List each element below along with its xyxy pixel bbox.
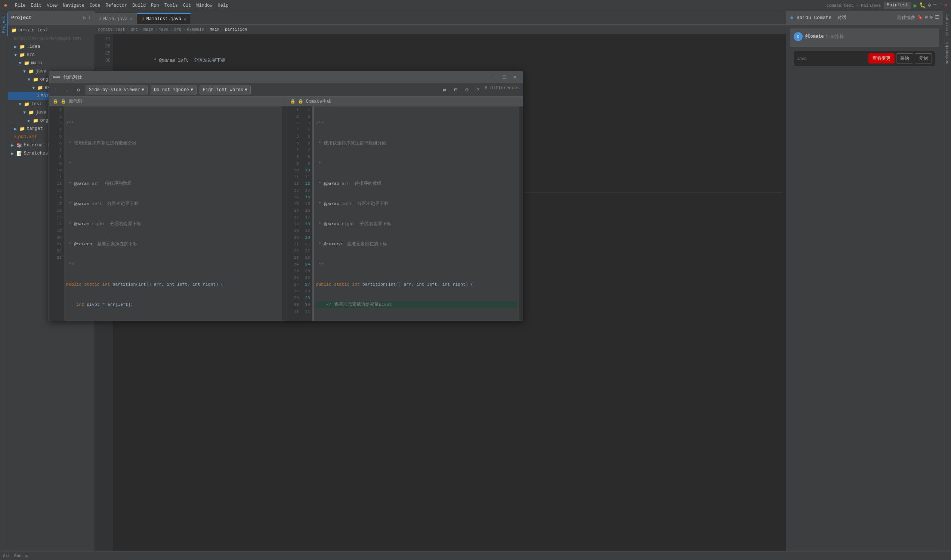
tab-main-java-icon: J — [99, 17, 101, 21]
comate-menu-icon[interactable]: ☰ — [935, 15, 939, 21]
comate-settings-icon[interactable]: ⚙ — [930, 15, 933, 21]
rln-4: 4 — [289, 126, 299, 133]
tab-bar: J Main.java ✕ J MainTest.java ✕ — [94, 11, 786, 25]
diff-right-lock-icon: 🔒 — [290, 98, 296, 104]
diff-left-scrollbar[interactable] — [282, 106, 286, 321]
bookmarks-tool-btn[interactable]: Bookmarks — [943, 39, 951, 67]
top-menu-bar: ● File Edit View Navigate Code Refactor … — [0, 0, 951, 11]
run-config-label[interactable]: MainTest — [884, 2, 911, 9]
settings-icon[interactable]: ⚙ — [928, 2, 931, 9]
diff-viewer-mode-dropdown[interactable]: Side-by-side viewer ▼ — [86, 86, 148, 94]
diff-right-title: 🔒 Comate生成 — [298, 98, 331, 105]
diff-left-code-area: 1 2 3 4 5 6 7 8 9 10 11 12 13 14 — [49, 106, 286, 321]
diff-highlight-dropdown[interactable]: Highlight words ▼ — [199, 86, 251, 94]
diff-viewer-mode-label: Side-by-side viewer — [89, 88, 140, 92]
sidebar-settings-icon[interactable]: ⚙ — [83, 15, 86, 21]
tree-root[interactable]: 📁 comate_test — [8, 26, 94, 34]
diff-highlight-chevron: ▼ — [245, 88, 247, 92]
maximize-btn[interactable]: □ — [939, 2, 942, 9]
view-changes-button[interactable]: 查看变更 — [868, 53, 895, 63]
run-status[interactable]: Run — [14, 554, 22, 558]
bc-example: example — [187, 27, 204, 32]
rln2-28: 28 — [303, 288, 310, 295]
project-label: Project — [11, 15, 32, 20]
diff-left-header: 🔒 🔒 原代码 — [49, 97, 286, 106]
comate-input[interactable] — [797, 56, 868, 61]
sidebar-expand-icon[interactable]: ↕ — [88, 15, 91, 21]
diff-toolbar-right: ⇄ ⊟ ⚙ ? 8 differences — [440, 86, 520, 94]
diff-swap-icon[interactable]: ⇄ — [440, 86, 449, 94]
bc-main: main — [144, 27, 153, 32]
tree-idea[interactable]: ▶ 📁 .idea — [8, 43, 94, 51]
tab-maintest-java[interactable]: J MainTest.java ✕ — [137, 13, 191, 24]
diff-maximize-btn[interactable]: □ — [500, 73, 509, 82]
tab-main-java-close[interactable]: ✕ — [130, 17, 132, 21]
comate-action-label: 行间注释 — [826, 34, 844, 40]
comate-renew-btn[interactable]: 前往续费 — [897, 15, 915, 21]
diff-title-icon: ⟺ — [53, 74, 60, 80]
menu-code[interactable]: Code — [90, 3, 100, 8]
comate-tab[interactable]: 对话 — [834, 15, 849, 21]
project-tool-btn[interactable]: Project — [0, 13, 8, 36]
diff-next-btn[interactable]: ↓ — [63, 86, 71, 94]
minimize-btn[interactable]: ─ — [933, 2, 936, 9]
diff-left-line-nums: 1 2 3 4 5 6 7 8 9 10 11 12 13 14 — [49, 106, 64, 321]
menu-edit[interactable]: Edit — [31, 3, 42, 8]
diff-panel-icon[interactable]: ⊟ — [451, 86, 460, 94]
diff-right-scrollbar[interactable] — [519, 106, 523, 321]
status-menu[interactable]: ≡ — [25, 554, 28, 558]
comate-header: ● Baidu Comate 对话 前往续费 🔖 ⊞ ⚙ ☰ — [786, 11, 943, 25]
comate-bookmark-icon[interactable]: 🔖 — [917, 15, 923, 21]
menu-build[interactable]: Build — [132, 3, 146, 8]
line-gap — [94, 64, 111, 72]
menu-view[interactable]: View — [47, 3, 57, 8]
debug-icon[interactable]: 🐛 — [919, 2, 926, 9]
tree-src[interactable]: ▼ 📁 src — [8, 51, 94, 59]
diff-right-code[interactable]: /** * 使用快速排序算法进行数组分区 * * @param arr 待排序的… — [314, 106, 519, 321]
accept-button[interactable]: 采纳 — [896, 53, 913, 63]
file-path-title: comate_test – MainJava — [827, 3, 881, 8]
diff-ignore-mode-dropdown[interactable]: Do not ignore ▼ — [151, 86, 196, 94]
rln2-23: 23 — [303, 254, 310, 261]
menu-tools[interactable]: Tools — [164, 3, 178, 8]
rln-30: 30 — [289, 301, 299, 308]
run-icon[interactable]: ▶ — [914, 2, 917, 9]
ln-18: 18 — [51, 221, 62, 228]
dr-3: * — [316, 160, 517, 167]
diff-minimize-btn[interactable]: ─ — [490, 73, 498, 82]
copy-button[interactable]: 复制 — [915, 53, 932, 63]
diff-help-icon[interactable]: ? — [474, 86, 482, 94]
menu-navigate[interactable]: Navigate — [63, 3, 85, 8]
menu-run[interactable]: Run — [151, 3, 159, 8]
tree-org-label: org — [40, 77, 48, 82]
tree-main[interactable]: ▼ 📁 main — [8, 59, 94, 67]
comate-expand-icon[interactable]: ⊞ — [925, 15, 928, 21]
ln-21: 21 — [51, 241, 62, 248]
rln2-5: 5 — [303, 133, 310, 140]
rln2-8: 8 — [303, 154, 310, 160]
bc-src: src — [130, 27, 138, 32]
rln-27: 27 — [289, 281, 299, 288]
diff-gear-icon[interactable]: ⚙ — [462, 86, 471, 94]
git-status[interactable]: Git — [3, 554, 11, 558]
menu-refactor[interactable]: Refactor — [105, 3, 127, 8]
menu-git[interactable]: Git — [183, 3, 191, 8]
diff-left-code[interactable]: /** * 使用快速排序算法进行数组分区 * * @param arr 待排序的… — [64, 106, 282, 321]
menu-file[interactable]: File — [15, 3, 26, 8]
structure-tool-btn[interactable]: Structure — [943, 11, 951, 39]
close-btn[interactable]: ✕ — [944, 2, 947, 9]
tab-main-java[interactable]: J Main.java ✕ — [94, 13, 137, 24]
tree-src-label: src — [26, 52, 35, 57]
diff-close-btn[interactable]: ✕ — [511, 73, 519, 82]
comate-panel: ● Baidu Comate 对话 前往续费 🔖 ⊞ ⚙ ☰ C @Comate — [786, 11, 943, 551]
menu-window[interactable]: Window — [196, 3, 212, 8]
sidebar-header-icons: ⚙ ↕ — [83, 15, 91, 21]
ln-7: 7 — [51, 147, 62, 154]
diff-settings-nav-btn[interactable]: ⚙ — [74, 86, 83, 94]
tab-maintest-java-close[interactable]: ✕ — [184, 17, 186, 22]
diff-prev-btn[interactable]: ↑ — [52, 86, 60, 94]
menu-help[interactable]: Help — [218, 3, 229, 8]
dr-4: * @param arr 待排序的数组 — [316, 180, 517, 187]
rln-1: 1 — [289, 106, 299, 113]
tree-test-org-label: org — [40, 118, 48, 123]
